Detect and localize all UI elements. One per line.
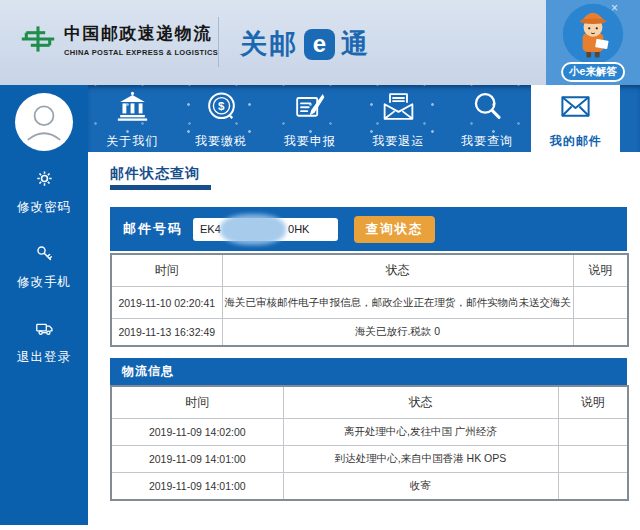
- cell-note: [573, 287, 628, 319]
- search-icon: [469, 88, 506, 128]
- declare-icon: [291, 88, 328, 128]
- sidebar-item-change-phone[interactable]: 修改手机: [17, 244, 71, 291]
- column-header-note: 说明: [558, 386, 628, 419]
- cell-time: 2019-11-10 02:20:41: [111, 287, 222, 319]
- cell-status: 海关已审核邮件电子申报信息，邮政企业正在理货，邮件实物尚未送交海关: [222, 287, 573, 319]
- nav-item-label: 我要申报: [284, 133, 336, 150]
- cell-note: [558, 419, 628, 446]
- app-name-e-badge: e: [304, 29, 335, 60]
- china-post-logo-icon: [20, 21, 56, 57]
- coin-icon: $: [203, 88, 240, 128]
- table-header-row: 时间 状态 说明: [111, 386, 628, 419]
- nav-item-label: 我要退运: [372, 133, 424, 150]
- cell-time: 2019-11-09 14:02:00: [111, 419, 283, 446]
- nav-item-label: 我的邮件: [550, 133, 602, 150]
- brand-logo: 中国邮政速递物流 CHINA POSTAL EXPRESS & LOGISTIC…: [20, 21, 218, 57]
- header-divider: [218, 17, 219, 67]
- page-title: 邮件状态查询: [110, 165, 200, 183]
- app-name-suffix: 通: [341, 26, 370, 62]
- mail-number-input-wrap: [193, 218, 338, 241]
- user-avatar: [15, 93, 73, 151]
- nav-item-label: 我要缴税: [195, 133, 247, 150]
- nav-item-my-mail[interactable]: 我的邮件: [531, 85, 620, 152]
- gear-icon: [35, 169, 54, 191]
- table-row: 2019-11-10 02:20:41 海关已审核邮件电子申报信息，邮政企业正在…: [111, 287, 628, 319]
- brand-title: 中国邮政速递物流: [64, 22, 218, 45]
- cell-time: 2019-11-09 14:01:00: [111, 473, 283, 501]
- nav-item-label: 我要查询: [461, 133, 513, 150]
- column-header-time: 时间: [111, 254, 222, 287]
- sidebar-item-label: 修改密码: [17, 199, 71, 216]
- main-content: 邮件状态查询 邮件号码 查询状态 时间 状态 说明 2019-11-10 02:…: [88, 152, 640, 530]
- mascot-avatar[interactable]: [560, 1, 626, 67]
- cell-status: 到达处理中心,来自中国香港 HK OPS: [283, 446, 558, 473]
- app-name-prefix: 关邮: [240, 26, 298, 62]
- cell-note: [558, 473, 628, 501]
- mail-query-bar: 邮件号码 查询状态: [110, 207, 627, 251]
- nav-item-query[interactable]: 我要查询: [443, 85, 532, 152]
- query-status-button[interactable]: 查询状态: [354, 216, 435, 243]
- brand-subtitle: CHINA POSTAL EXPRESS & LOGISTICS: [64, 48, 218, 57]
- assistant-panel: × 小e来解答: [546, 0, 640, 85]
- svg-text:$: $: [217, 99, 224, 111]
- title-underline: [110, 185, 211, 190]
- nav-item-pay-tax[interactable]: $ 我要缴税: [177, 85, 266, 152]
- cell-time: 2019-11-09 14:01:00: [111, 446, 283, 473]
- return-mail-icon: [380, 88, 417, 128]
- sidebar-item-label: 修改手机: [17, 274, 71, 291]
- logistics-section-header: 物流信息: [110, 358, 627, 385]
- key-icon: [35, 244, 54, 266]
- table-row: 2019-11-09 14:01:00 收寄: [111, 473, 628, 501]
- cell-time: 2019-11-13 16:32:49: [111, 319, 222, 347]
- logistics-table: 时间 状态 说明 2019-11-09 14:02:00 离开处理中心,发往中国…: [110, 385, 629, 501]
- app-name: 关邮 e 通: [240, 26, 370, 62]
- truck-icon: [35, 319, 54, 341]
- nav-item-label: 关于我们: [106, 133, 158, 150]
- mail-number-input[interactable]: [193, 218, 338, 241]
- nav-item-about-us[interactable]: 关于我们: [88, 85, 177, 152]
- cell-status: 离开处理中心,发往中国 广州经济: [283, 419, 558, 446]
- column-header-note: 说明: [573, 254, 628, 287]
- table-row: 2019-11-13 16:32:49 海关已放行.税款 0: [111, 319, 628, 347]
- nav-item-declare[interactable]: 我要申报: [265, 85, 354, 152]
- cell-status: 海关已放行.税款 0: [222, 319, 573, 347]
- mail-icon: [557, 88, 594, 128]
- cell-note: [558, 446, 628, 473]
- mail-number-label: 邮件号码: [123, 220, 183, 238]
- column-header-time: 时间: [111, 386, 283, 419]
- sidebar-item-label: 退出登录: [17, 349, 71, 366]
- nav-item-return-shipment[interactable]: 我要退运: [354, 85, 443, 152]
- table-header-row: 时间 状态 说明: [111, 254, 628, 287]
- header: 中国邮政速递物流 CHINA POSTAL EXPRESS & LOGISTIC…: [0, 0, 640, 85]
- column-header-status: 状态: [222, 254, 573, 287]
- sidebar-item-logout[interactable]: 退出登录: [17, 319, 71, 366]
- cell-status: 收寄: [283, 473, 558, 501]
- bank-icon: [114, 88, 151, 128]
- sidebar-item-change-password[interactable]: 修改密码: [17, 169, 71, 216]
- mascot-label[interactable]: 小e来解答: [561, 62, 625, 82]
- brand-text: 中国邮政速递物流 CHINA POSTAL EXPRESS & LOGISTIC…: [64, 22, 218, 57]
- table-row: 2019-11-09 14:02:00 离开处理中心,发往中国 广州经济: [111, 419, 628, 446]
- mail-status-table: 时间 状态 说明 2019-11-10 02:20:41 海关已审核邮件电子申报…: [110, 253, 629, 347]
- top-navigation: 关于我们 $ 我要缴税 我要申报: [88, 85, 640, 152]
- sidebar: 修改密码 修改手机 退出登录: [0, 85, 88, 525]
- table-row: 2019-11-09 14:01:00 到达处理中心,来自中国香港 HK OPS: [111, 446, 628, 473]
- cell-note: [573, 319, 628, 347]
- column-header-status: 状态: [283, 386, 558, 419]
